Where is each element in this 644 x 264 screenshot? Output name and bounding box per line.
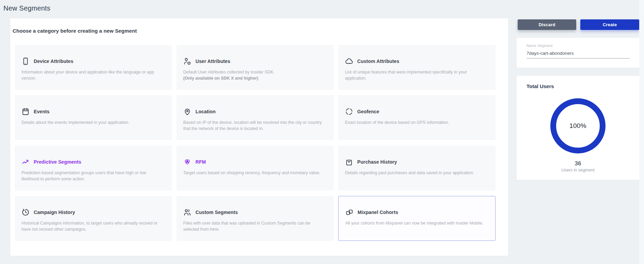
name-segment-label: Name Segment [527, 44, 552, 48]
history-clock-icon [21, 208, 30, 216]
category-card-label: Events [34, 109, 50, 114]
category-card-description: Default User Attributes collected by Ins… [183, 69, 325, 76]
category-panel: Choose a category before creating a new … [10, 18, 508, 256]
category-card-description: Details regarding past purchases and dat… [345, 170, 487, 176]
category-card-rfm[interactable]: RFM Target users based on shopping recen… [176, 146, 334, 191]
category-card-description: Based on IP of the device, location will… [183, 120, 325, 132]
category-card-device-attributes[interactable]: Device Attributes Information about your… [15, 45, 172, 90]
category-card-description-note: (Only available on SDK X and higher) [183, 76, 325, 82]
category-card-geofence[interactable]: Geofence Exact location of the device ba… [338, 95, 496, 140]
category-card-head: Predictive Segments [21, 158, 163, 166]
category-card-purchase-history[interactable]: Purchase History Details regarding past … [338, 146, 496, 191]
category-card-description: Files with user data that was uploaded i… [183, 220, 325, 232]
users-count-caption: Users in segment [517, 168, 639, 172]
category-card-head: Campaign History [21, 208, 163, 216]
category-card-description: List of unique features that were implem… [345, 69, 487, 81]
category-card-description: Information about your device and applic… [21, 69, 163, 81]
category-card-head: RFM [183, 158, 325, 166]
category-card-label: Custom Attributes [357, 59, 399, 64]
users-count: 36 [517, 160, 639, 167]
name-segment-card: Name Segment [517, 38, 639, 68]
category-card-label: Custom Segments [195, 210, 238, 215]
category-card-events[interactable]: Events Details about the events implemen… [15, 95, 172, 140]
category-card-label: Location [195, 109, 216, 114]
scrollbar-track[interactable] [639, 0, 644, 264]
name-segment-input[interactable] [527, 49, 630, 59]
total-users-card: Total Users 100% 36 Users in segment [517, 76, 639, 180]
category-card-description: Prediction based segmentation groups use… [21, 170, 163, 182]
shopping-bag-icon [345, 158, 353, 166]
category-card-head: Purchase History [345, 158, 487, 166]
geofence-icon [345, 108, 353, 116]
create-button[interactable]: Create [580, 19, 639, 30]
category-card-label: User Attributes [195, 59, 230, 64]
category-card-head: Geofence [345, 108, 487, 116]
category-card-custom-attributes[interactable]: Custom Attributes List of unique feature… [338, 45, 496, 90]
category-card-campaign-history[interactable]: Campaign History Historical Campaigns in… [15, 196, 172, 241]
category-card-label: Mixpanel Cohorts [358, 210, 398, 215]
integration-link-icon [345, 208, 354, 216]
panel-heading: Choose a category before creating a new … [13, 28, 508, 34]
category-card-head: User Attributes [183, 57, 325, 65]
users-icon [183, 208, 191, 216]
total-users-donut-chart: 100% [550, 98, 606, 153]
category-card-label: Purchase History [357, 159, 397, 165]
category-card-label: Device Attributes [34, 59, 73, 64]
category-card-head: Custom Segments [183, 208, 325, 216]
category-card-description: All your cohorts from Mixpanel can now b… [345, 220, 486, 227]
category-card-label: Geofence [357, 109, 379, 114]
category-grid: Device Attributes Information about your… [15, 45, 504, 241]
calendar-icon [21, 108, 30, 116]
category-card-head: Mixpanel Cohorts [345, 208, 486, 216]
category-card-predictive-segments[interactable]: Predictive Segments Prediction based seg… [15, 146, 172, 191]
category-card-head: Custom Attributes [345, 57, 487, 65]
smartphone-icon [21, 57, 30, 65]
total-users-title: Total Users [527, 83, 554, 89]
venn-icon [183, 158, 191, 166]
discard-button[interactable]: Discard [518, 19, 576, 30]
category-card-label: RFM [195, 159, 206, 165]
category-card-description: Historical Campaigns information, to tar… [21, 220, 163, 232]
donut-percent-label: 100% [569, 122, 586, 130]
user-device-icon [183, 57, 191, 65]
category-card-label: Predictive Segments [34, 159, 81, 165]
category-card-description: Exact location of the device based on GP… [345, 120, 487, 126]
map-pin-icon [183, 108, 191, 116]
category-card-custom-segments[interactable]: Custom Segments Files with user data tha… [176, 196, 334, 241]
trend-up-icon [21, 158, 30, 166]
category-card-mixpanel-cohorts[interactable]: Mixpanel Cohorts All your cohorts from M… [338, 196, 496, 241]
category-card-description: Target users based on shopping recency, … [183, 170, 325, 176]
category-card-head: Events [21, 108, 163, 116]
category-card-description: Details about the events implemented in … [21, 120, 163, 126]
category-card-user-attributes[interactable]: User Attributes Default User Attributes … [176, 45, 334, 90]
category-card-head: Location [183, 108, 325, 116]
category-card-location[interactable]: Location Based on IP of the device, loca… [176, 95, 334, 140]
page-title: New Segments [3, 4, 50, 12]
category-card-label: Campaign History [34, 210, 75, 215]
category-card-head: Device Attributes [21, 57, 163, 65]
cloud-icon [345, 57, 353, 65]
